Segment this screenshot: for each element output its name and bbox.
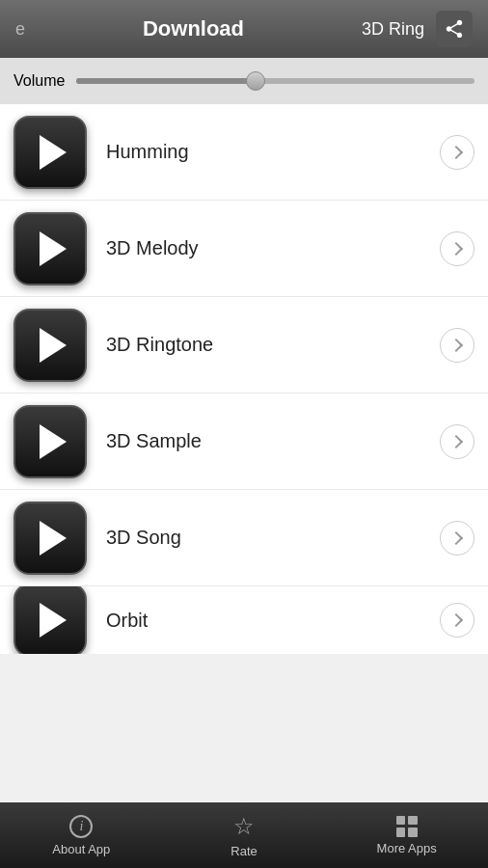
nav-about-label: About App bbox=[52, 842, 110, 856]
play-icon bbox=[40, 424, 67, 459]
bottom-nav: i About App ☆ Rate More Apps bbox=[0, 802, 488, 868]
chevron-right-icon bbox=[448, 145, 462, 158]
volume-slider[interactable] bbox=[76, 78, 474, 84]
song-name-5: 3D Song bbox=[87, 527, 440, 549]
chevron-right-icon bbox=[448, 338, 462, 351]
list-item: Orbit bbox=[0, 586, 488, 654]
song-name-2: 3D Melody bbox=[87, 237, 440, 259]
play-button-2[interactable] bbox=[14, 212, 87, 285]
list-item: 3D Ringtone bbox=[0, 297, 488, 393]
play-icon bbox=[40, 231, 67, 266]
volume-bar: Volume bbox=[0, 58, 488, 104]
song-name-1: Humming bbox=[87, 141, 440, 163]
star-icon: ☆ bbox=[233, 813, 255, 840]
chevron-button-5[interactable] bbox=[440, 521, 474, 556]
play-icon bbox=[40, 328, 67, 363]
chevron-button-1[interactable] bbox=[440, 135, 474, 170]
nav-rate[interactable]: ☆ Rate bbox=[163, 802, 326, 868]
play-button-5[interactable] bbox=[14, 502, 87, 575]
chevron-button-3[interactable] bbox=[440, 328, 474, 363]
list-item: 3D Song bbox=[0, 490, 488, 586]
play-button-1[interactable] bbox=[14, 116, 87, 189]
share-icon bbox=[444, 18, 465, 40]
chevron-button-6[interactable] bbox=[440, 603, 474, 637]
song-list: Humming 3D Melody 3D Ringtone bbox=[0, 104, 488, 654]
play-button-4[interactable] bbox=[14, 405, 87, 478]
chevron-right-icon bbox=[448, 530, 462, 544]
chevron-right-icon bbox=[448, 241, 462, 255]
header-left: e bbox=[15, 19, 25, 40]
nav-rate-label: Rate bbox=[230, 844, 257, 858]
chevron-button-2[interactable] bbox=[440, 231, 474, 266]
header: e Download 3D Ring bbox=[0, 0, 488, 58]
play-icon bbox=[40, 521, 67, 556]
list-item: 3D Sample bbox=[0, 393, 488, 490]
nav-about[interactable]: i About App bbox=[0, 802, 163, 868]
play-icon bbox=[40, 135, 67, 170]
list-item: 3D Melody bbox=[0, 201, 488, 297]
main-content: Humming 3D Melody 3D Ringtone bbox=[0, 104, 488, 802]
song-name-4: 3D Sample bbox=[87, 430, 440, 452]
play-button-3[interactable] bbox=[14, 309, 87, 382]
chevron-button-4[interactable] bbox=[440, 424, 474, 459]
chevron-right-icon bbox=[448, 613, 462, 627]
share-button[interactable] bbox=[436, 11, 473, 47]
volume-label: Volume bbox=[14, 72, 65, 90]
chevron-right-icon bbox=[448, 434, 462, 448]
song-name-6: Orbit bbox=[87, 610, 440, 632]
grid-icon bbox=[396, 816, 418, 837]
play-icon bbox=[40, 603, 67, 637]
info-icon: i bbox=[69, 815, 93, 838]
header-title: Download bbox=[25, 16, 362, 41]
header-right-text: 3D Ring bbox=[362, 19, 424, 40]
song-name-3: 3D Ringtone bbox=[87, 334, 440, 356]
list-item: Humming bbox=[0, 104, 488, 201]
nav-more-label: More Apps bbox=[377, 841, 437, 855]
volume-thumb[interactable] bbox=[246, 71, 265, 91]
play-button-6[interactable] bbox=[14, 586, 87, 654]
nav-more-apps[interactable]: More Apps bbox=[325, 802, 488, 868]
